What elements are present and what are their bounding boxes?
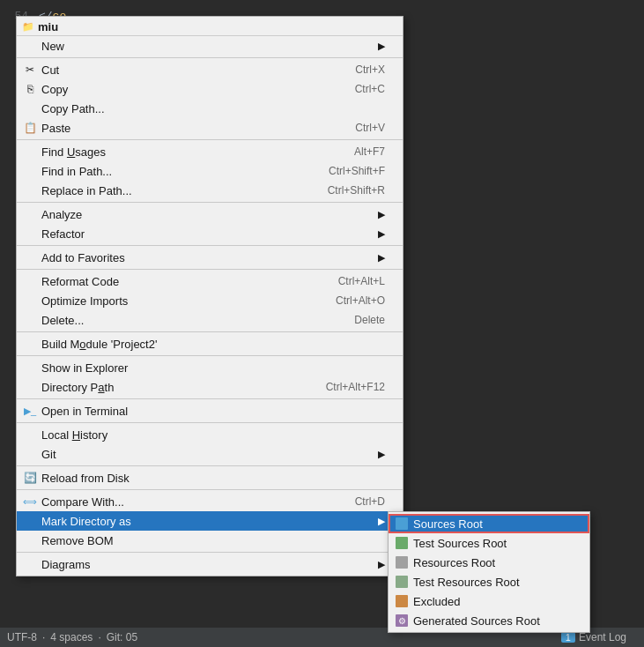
separator-7 — [17, 355, 403, 356]
submenu-item-test-resources-root[interactable]: Test Resources Root — [389, 572, 589, 591]
submenu-label-resources-root: Resources Root — [413, 556, 495, 569]
status-bar-spaces: 4 spaces — [50, 631, 93, 643]
menu-title: miu — [38, 20, 58, 33]
menu-label-compare-with: Compare With... — [41, 495, 124, 509]
shortcut-reformat: Ctrl+Alt+L — [321, 275, 385, 287]
separator-8 — [17, 398, 403, 399]
menu-label-new: New — [41, 40, 64, 53]
status-bar-event-log[interactable]: 1 Event Log — [561, 631, 626, 643]
generated-sources-root-icon: ⚙ — [394, 614, 410, 627]
separator-1 — [17, 57, 403, 58]
menu-item-copy-path[interactable]: Copy Path... — [17, 99, 403, 118]
event-log-badge: 1 — [561, 632, 575, 643]
submenu-mark-directory: Sources Root Test Sources Root Resources… — [388, 511, 590, 633]
separator-3 — [17, 202, 403, 203]
submenu-item-test-sources-root[interactable]: Test Sources Root — [389, 533, 589, 553]
menu-label-refactor: Refactor — [41, 227, 85, 241]
arrow-icon-diagrams: ▶ — [378, 559, 385, 570]
menu-item-add-to-favorites[interactable]: Add to Favorites ▶ — [17, 248, 403, 267]
shortcut-replace-in-path: Ctrl+Shift+R — [310, 184, 385, 197]
paste-icon: 📋 — [22, 122, 38, 134]
menu-item-find-usages[interactable]: Find Usages Alt+F7 — [17, 142, 403, 161]
test-resources-root-icon — [394, 576, 410, 588]
menu-item-cut[interactable]: ✂ Cut Ctrl+X — [17, 60, 403, 79]
menu-item-copy[interactable]: ⎘ Copy Ctrl+C — [17, 79, 403, 99]
submenu-label-excluded: Excluded — [413, 595, 460, 608]
sources-root-icon — [394, 517, 410, 530]
arrow-icon-refactor: ▶ — [378, 228, 385, 240]
menu-item-optimize-imports[interactable]: Optimize Imports Ctrl+Alt+O — [17, 291, 403, 310]
menu-item-show-in-explorer[interactable]: Show in Explorer — [17, 358, 403, 377]
menu-item-reformat-code[interactable]: Reformat Code Ctrl+Alt+L — [17, 271, 403, 291]
separator-12 — [17, 552, 403, 553]
resources-root-icon — [394, 556, 410, 569]
menu-label-delete: Delete... — [41, 314, 84, 327]
menu-item-remove-bom[interactable]: Remove BOM — [17, 531, 403, 550]
submenu-item-excluded[interactable]: Excluded — [389, 591, 589, 611]
context-menu: 📁 miu New ▶ ✂ Cut Ctrl+X ⎘ Copy Ctrl+C C… — [16, 16, 403, 576]
menu-label-mark-directory: Mark Directory as — [41, 515, 131, 528]
submenu-label-test-sources-root: Test Sources Root — [413, 537, 507, 550]
arrow-icon: ▶ — [378, 41, 385, 52]
compare-icon: ⟺ — [22, 496, 38, 508]
separator-4 — [17, 245, 403, 246]
excluded-icon — [394, 595, 410, 607]
status-bar-left: UTF-8 · 4 spaces · Git: 05 — [7, 631, 137, 643]
shortcut-find-usages: Alt+F7 — [337, 145, 385, 158]
submenu-label-test-resources-root: Test Resources Root — [413, 576, 520, 589]
menu-item-diagrams[interactable]: Diagrams ▶ — [17, 554, 403, 574]
menu-item-find-in-path[interactable]: Find in Path... Ctrl+Shift+F — [17, 161, 403, 181]
copy-icon: ⎘ — [22, 83, 38, 95]
menu-item-paste[interactable]: 📋 Paste Ctrl+V — [17, 118, 403, 138]
status-bar-git: Git: 05 — [107, 631, 137, 643]
terminal-icon: ▶_ — [22, 405, 38, 417]
shortcut-delete: Delete — [337, 314, 385, 326]
shortcut-optimize: Ctrl+Alt+O — [318, 294, 385, 307]
menu-label-remove-bom: Remove BOM — [41, 534, 114, 547]
menu-label-directory-path: Directory Path — [41, 381, 114, 394]
menu-item-build-module[interactable]: Build Module 'Project2' — [17, 334, 403, 353]
menu-label-find-in-path: Find in Path... — [41, 165, 112, 178]
menu-label-add-to-favorites: Add to Favorites — [41, 251, 125, 264]
test-sources-root-icon — [394, 537, 410, 549]
separator-9 — [17, 422, 403, 423]
separator-6 — [17, 331, 403, 332]
arrow-icon-analyze: ▶ — [378, 209, 385, 220]
reload-icon: 🔄 — [22, 472, 38, 484]
menu-item-compare-with[interactable]: ⟺ Compare With... Ctrl+D — [17, 492, 403, 511]
menu-label-build-module: Build Module 'Project2' — [41, 338, 157, 351]
menu-label-show-in-explorer: Show in Explorer — [41, 361, 128, 375]
menu-label-find-usages: Find Usages — [41, 145, 106, 159]
menu-item-open-terminal[interactable]: ▶_ Open in Terminal — [17, 401, 403, 420]
menu-item-git[interactable]: Git ▶ — [17, 444, 403, 464]
arrow-icon-git: ▶ — [378, 449, 385, 460]
menu-item-refactor[interactable]: Refactor ▶ — [17, 224, 403, 243]
menu-item-new[interactable]: New ▶ — [17, 36, 403, 56]
status-bar-encoding: UTF-8 — [7, 631, 37, 643]
menu-label-paste: Paste — [41, 122, 70, 135]
arrow-icon-favorites: ▶ — [378, 252, 385, 264]
menu-item-directory-path[interactable]: Directory Path Ctrl+Alt+F12 — [17, 377, 403, 397]
menu-item-reload[interactable]: 🔄 Reload from Disk — [17, 468, 403, 487]
shortcut-compare: Ctrl+D — [337, 495, 385, 508]
menu-item-analyze[interactable]: Analyze ▶ — [17, 205, 403, 224]
shortcut-directory-path: Ctrl+Alt+F12 — [308, 381, 385, 393]
submenu-item-resources-root[interactable]: Resources Root — [389, 553, 589, 572]
submenu-item-generated-sources-root[interactable]: ⚙ Generated Sources Root — [389, 611, 589, 630]
menu-label-optimize-imports: Optimize Imports — [41, 294, 128, 308]
menu-label-copy-path: Copy Path... — [41, 102, 105, 115]
menu-item-delete[interactable]: Delete... Delete — [17, 310, 403, 330]
menu-label-reload: Reload from Disk — [41, 472, 130, 485]
menu-label-copy: Copy — [41, 83, 68, 96]
submenu-item-sources-root[interactable]: Sources Root — [389, 514, 589, 533]
menu-item-mark-directory[interactable]: Mark Directory as ▶ — [17, 511, 403, 531]
separator-2 — [17, 139, 403, 140]
menu-label-reformat-code: Reformat Code — [41, 275, 119, 288]
separator-10 — [17, 465, 403, 466]
menu-item-replace-in-path[interactable]: Replace in Path... Ctrl+Shift+R — [17, 181, 403, 200]
menu-item-local-history[interactable]: Local History — [17, 425, 403, 444]
submenu-label-sources-root: Sources Root — [413, 517, 483, 531]
menu-label-git: Git — [41, 448, 56, 461]
menu-label-open-terminal: Open in Terminal — [41, 405, 128, 418]
cut-icon: ✂ — [22, 63, 38, 76]
